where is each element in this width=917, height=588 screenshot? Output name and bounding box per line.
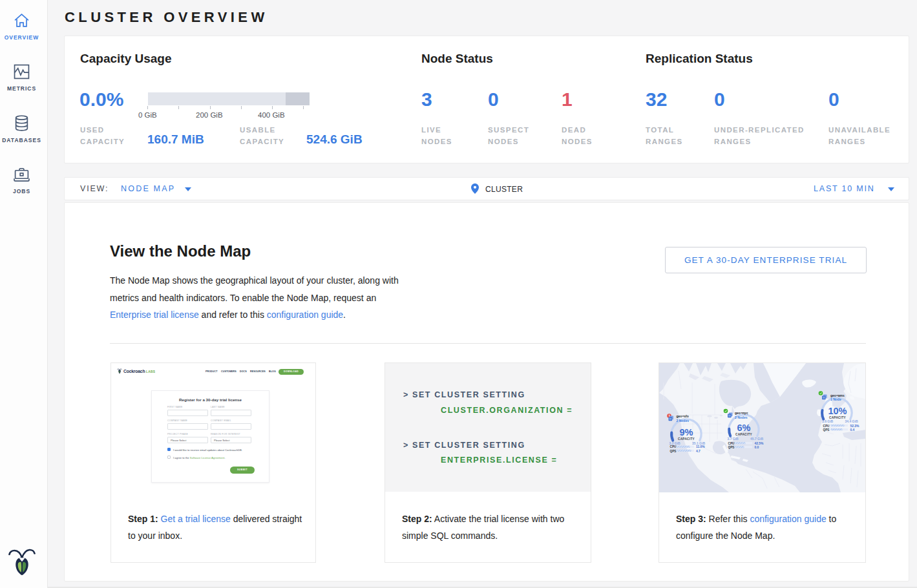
svg-text:0.0: 0.0 [755,446,759,449]
svg-text:CPU: CPU [728,442,735,445]
svg-text:QPS: QPS [728,446,735,449]
svg-text:45.7 GiB: 45.7 GiB [750,437,763,441]
svg-text:4.7: 4.7 [696,450,701,453]
svg-text:0.4: 0.4 [850,428,855,432]
svg-text:3.7 GiB: 3.7 GiB [728,437,739,441]
svg-text:geo=sfo: geo=sfo [677,414,689,418]
svg-text:geo=nyc: geo=nyc [735,411,748,415]
svg-text:1 Node: 1 Node [830,397,841,401]
svg-text:42.5%: 42.5% [755,442,764,445]
svg-text:11.0%: 11.0% [696,445,705,448]
svg-text:geo=ams: geo=ams [830,394,845,397]
svg-text:CAPACITY: CAPACITY [735,433,753,436]
svg-text:3.2 GiB: 3.2 GiB [669,441,681,445]
svg-text:35.1 GiB: 35.1 GiB [692,441,705,445]
svg-text:2 Nodes: 2 Nodes [677,419,690,423]
svg-text:QPS: QPS [823,428,830,432]
svg-text:CPU: CPU [670,445,677,448]
svg-text:CAPACITY: CAPACITY [829,416,847,419]
svg-text:6%: 6% [737,423,751,433]
svg-text:CAPACITY: CAPACITY [678,437,695,441]
svg-text:34.4 GiB: 34.4 GiB [845,419,858,423]
svg-text:QPS: QPS [670,450,677,453]
svg-text:3.6 GiB: 3.6 GiB [822,419,834,423]
svg-text:52.3%: 52.3% [850,425,860,428]
svg-text:2 Nodes: 2 Nodes [735,415,748,419]
svg-text:CPU: CPU [823,425,830,428]
svg-text:10%: 10% [828,406,847,416]
svg-text:9%: 9% [680,427,693,437]
